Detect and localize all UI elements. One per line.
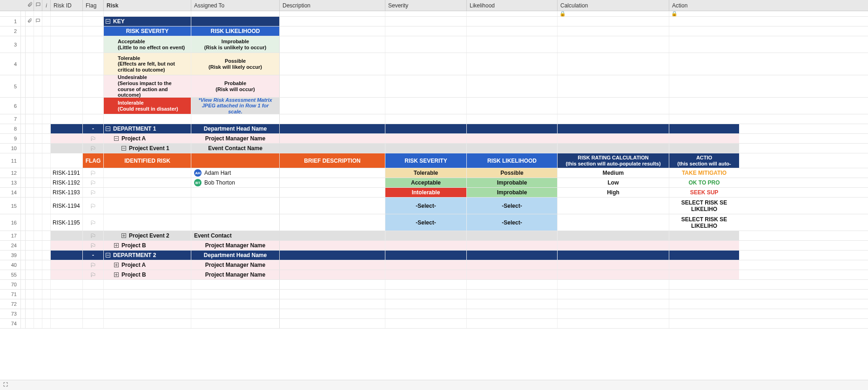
row-number[interactable]: 9 [0,134,21,143]
row-number[interactable]: 24 [0,241,21,250]
project-title[interactable]: Project B [104,270,191,279]
project-row[interactable]: 55 Project B Project Manager Name [0,270,868,280]
data-row[interactable]: 4 Tolerable (Effects are felt, but not c… [0,53,868,75]
col-comment[interactable] [34,0,42,11]
collapse-icon[interactable] [114,136,119,141]
likelihood-cell[interactable]: Improbable [467,188,558,197]
severity-cell[interactable]: Acceptable [385,178,467,187]
risk-row[interactable]: 13 RISK-1192 BTBob Thorton Acceptable Im… [0,178,868,188]
row-number[interactable]: 40 [0,260,21,270]
data-row[interactable]: 6 Intolerable (Could result in disaster)… [0,98,868,114]
likelihood-cell[interactable]: -Select- [467,214,558,231]
row-number[interactable]: 12 [0,168,21,178]
project-title[interactable]: Project A [104,134,191,143]
risk-row[interactable]: 14 RISK-1193 Intolerable Improbable High… [0,188,868,198]
description-cell[interactable] [280,214,385,231]
risk-row[interactable]: 12 RISK-1191 AHAdam Hart Tolerable Possi… [0,168,868,178]
likelihood-cell[interactable]: Improbable [467,178,558,187]
flag-icon[interactable] [90,180,96,185]
risk-cell[interactable] [104,198,191,214]
project-row[interactable]: 40 Project A Project Manager Name [0,260,868,270]
data-row[interactable]: 73 [0,309,868,319]
risk-cell[interactable] [104,188,191,197]
risk-id-cell[interactable]: RISK-1195 [51,214,83,231]
flag-icon[interactable] [90,233,96,238]
dept-title[interactable]: DEPARTMENT 2 [104,251,191,260]
key-header[interactable]: KEY [104,17,191,26]
col-action[interactable]: Action [669,0,739,11]
col-description[interactable]: Description [280,0,385,11]
paperclip-icon[interactable] [27,18,32,25]
row-number[interactable]: 2 [0,26,21,36]
assigned-cell[interactable] [191,214,280,231]
row-number[interactable]: 39 [0,251,21,260]
risk-cell[interactable] [104,214,191,231]
row-number[interactable]: 70 [0,280,21,289]
row-number[interactable]: 73 [0,309,21,318]
row-number[interactable]: 17 [0,231,21,240]
collapse-icon[interactable] [106,19,110,24]
col-likelihood[interactable]: Likelihood [467,0,558,11]
col-risk-id[interactable]: Risk ID [51,0,83,11]
data-row[interactable]: 3 Acceptable (Little to no effect on eve… [0,36,868,53]
risk-row[interactable]: 16 RISK-1195 -Select- -Select- SELECT RI… [0,214,868,231]
data-row[interactable]: 71 [0,290,868,299]
flag-icon[interactable] [90,262,96,268]
row-number[interactable]: 13 [0,178,21,187]
expand-icon[interactable] [114,243,119,248]
assigned-cell[interactable]: BTBob Thorton [191,178,280,187]
assigned-cell[interactable] [191,188,280,197]
risk-cell[interactable] [104,168,191,178]
risk-id-cell[interactable]: RISK-1192 [51,178,83,187]
risk-cell[interactable] [104,178,191,187]
description-cell[interactable] [280,168,385,178]
expand-icon[interactable] [114,272,119,277]
expand-icon[interactable] [121,233,126,238]
dept-title[interactable]: DEPARTMENT 1 [104,124,191,133]
assigned-cell[interactable]: AHAdam Hart [191,168,280,178]
description-cell[interactable] [280,188,385,197]
comment-icon[interactable] [35,18,40,25]
severity-cell[interactable]: -Select- [385,198,467,214]
severity-cell[interactable]: -Select- [385,214,467,231]
col-risk[interactable]: Risk [104,0,191,11]
flag-icon[interactable] [90,145,96,151]
col-severity[interactable]: Severity [385,0,467,11]
col-calculation[interactable]: Calculation [558,0,669,11]
flag-icon[interactable] [90,203,96,209]
row-number[interactable]: 74 [0,319,21,328]
data-row[interactable]: 72 [0,299,868,309]
data-row[interactable]: 74 [0,319,868,329]
collapse-icon[interactable] [106,126,110,131]
event-title[interactable]: Project Event 1 [104,144,191,153]
col-flag[interactable]: Flag [83,0,104,11]
row-number[interactable]: 55 [0,270,21,279]
risk-id-cell[interactable]: RISK-1193 [51,188,83,197]
row-number[interactable]: 14 [0,188,21,197]
collapse-icon[interactable] [106,253,110,258]
assigned-cell[interactable] [191,198,280,214]
data-row[interactable]: 2 RISK SEVERITY RISK LIKELIHOOD [0,26,868,36]
flag-icon[interactable] [90,272,96,278]
col-info[interactable]: i [42,0,51,11]
row-number[interactable]: 10 [0,144,21,153]
row-number[interactable]: 16 [0,214,21,231]
data-row[interactable]: 5 Undesirable (Serious impact to the cou… [0,75,868,98]
row-number[interactable]: 1 [0,17,21,26]
row-number[interactable]: 6 [0,98,21,114]
department-row[interactable]: 39 - DEPARTMENT 2 Department Head Name [0,251,868,260]
project-title[interactable]: Project B [104,241,191,250]
project-title[interactable]: Project A [104,260,191,270]
data-row[interactable]: 70 [0,280,868,290]
project-row[interactable]: 9 Project A Project Manager Name [0,134,868,144]
flag-icon[interactable] [90,190,96,195]
description-cell[interactable] [280,198,385,214]
col-attach[interactable] [26,0,34,11]
flag-icon[interactable] [90,220,96,225]
row-number[interactable]: 5 [0,75,21,97]
row-number[interactable]: 15 [0,198,21,214]
row-number[interactable]: 72 [0,299,21,309]
risk-id-cell[interactable]: RISK-1191 [51,168,83,178]
flag-icon[interactable] [90,136,96,141]
severity-cell[interactable]: Tolerable [385,168,467,178]
